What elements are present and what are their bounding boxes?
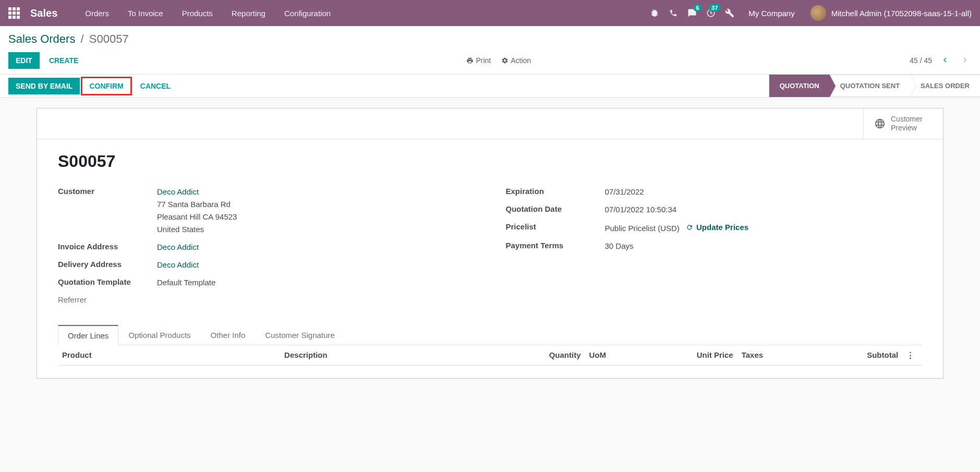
app-brand[interactable]: Sales bbox=[30, 7, 57, 19]
th-options[interactable]: ⋮ bbox=[902, 345, 922, 366]
th-uom[interactable]: UoM bbox=[585, 345, 661, 366]
tabs: Order Lines Optional Products Other Info… bbox=[58, 325, 922, 345]
pager[interactable]: 45 / 45 bbox=[910, 56, 932, 65]
confirm-button[interactable]: CONFIRM bbox=[82, 78, 130, 94]
globe-icon bbox=[874, 118, 886, 129]
activities-icon[interactable]: 37 bbox=[701, 0, 720, 26]
refresh-icon bbox=[686, 224, 693, 231]
pager-prev-icon[interactable] bbox=[938, 53, 952, 68]
print-label: Print bbox=[476, 56, 491, 65]
form-container: Customer Preview S00057 Customer Deco Ad… bbox=[0, 98, 980, 389]
invoice-address-link[interactable]: Deco Addict bbox=[157, 243, 199, 251]
status-quotation-sent[interactable]: QUOTATION SENT bbox=[830, 75, 910, 97]
referrer-value bbox=[157, 294, 475, 304]
customer-address-line2: Pleasant Hill CA 94523 bbox=[157, 212, 237, 221]
label-payment-terms: Payment Terms bbox=[506, 240, 605, 252]
label-customer: Customer bbox=[58, 186, 157, 236]
tab-other-info[interactable]: Other Info bbox=[201, 325, 256, 345]
print-dropdown[interactable]: Print bbox=[466, 56, 491, 65]
control-panel: Sales Orders / S00057 EDIT CREATE Print … bbox=[0, 26, 980, 75]
label-delivery-address: Delivery Address bbox=[58, 259, 157, 271]
label-quotation-template: Quotation Template bbox=[58, 276, 157, 289]
tab-order-lines[interactable]: Order Lines bbox=[58, 325, 118, 345]
expiration-value: 07/31/2022 bbox=[605, 186, 923, 198]
label-expiration: Expiration bbox=[506, 186, 605, 198]
breadcrumb: Sales Orders / S00057 bbox=[8, 32, 129, 46]
customer-address-line1: 77 Santa Barbara Rd bbox=[157, 200, 231, 209]
payment-terms-value: 30 Days bbox=[605, 240, 923, 252]
pager-next-icon[interactable] bbox=[958, 53, 972, 68]
pricelist-value: Public Pricelist (USD) bbox=[605, 224, 680, 233]
company-switcher[interactable]: My Company bbox=[739, 9, 804, 18]
customer-preview-label: Customer Preview bbox=[891, 115, 933, 132]
customer-country: United States bbox=[157, 225, 204, 234]
breadcrumb-root[interactable]: Sales Orders bbox=[8, 32, 75, 45]
phone-icon[interactable] bbox=[664, 0, 683, 26]
delivery-address-link[interactable]: Deco Addict bbox=[157, 260, 199, 269]
button-box: Customer Preview bbox=[37, 108, 943, 139]
order-lines-table: Product Description Quantity UoM Unit Pr… bbox=[58, 345, 922, 366]
breadcrumb-current: S00057 bbox=[89, 32, 129, 45]
user-avatar bbox=[810, 5, 826, 21]
edit-button[interactable]: EDIT bbox=[8, 52, 40, 69]
customer-link[interactable]: Deco Addict bbox=[157, 187, 199, 196]
action-label: Action bbox=[511, 56, 531, 65]
activities-badge: 37 bbox=[709, 4, 720, 11]
messaging-badge: 6 bbox=[693, 4, 701, 11]
quotation-date-value: 07/01/2022 10:50:34 bbox=[605, 203, 923, 216]
top-navbar: Sales Orders To Invoice Products Reporti… bbox=[0, 0, 980, 26]
user-menu[interactable]: Mitchell Admin (17052098-saas-15-1-all) bbox=[804, 5, 972, 21]
th-description[interactable]: Description bbox=[280, 345, 502, 366]
update-prices-button[interactable]: Update Prices bbox=[686, 221, 748, 234]
send-email-button[interactable]: SEND BY EMAIL bbox=[8, 78, 80, 94]
nav-to-invoice[interactable]: To Invoice bbox=[118, 0, 173, 26]
customer-preview-button[interactable]: Customer Preview bbox=[863, 108, 943, 139]
debug-icon[interactable] bbox=[645, 0, 664, 26]
tools-icon[interactable] bbox=[720, 0, 739, 26]
record-title: S00057 bbox=[58, 152, 922, 171]
tab-optional-products[interactable]: Optional Products bbox=[118, 325, 200, 345]
th-product[interactable]: Product bbox=[58, 345, 280, 366]
form-sheet: Customer Preview S00057 Customer Deco Ad… bbox=[37, 108, 943, 379]
tab-customer-signature[interactable]: Customer Signature bbox=[255, 325, 344, 345]
user-name: Mitchell Admin (17052098-saas-15-1-all) bbox=[831, 9, 972, 18]
statusbar: SEND BY EMAIL CONFIRM CANCEL QUOTATION Q… bbox=[0, 75, 980, 98]
th-subtotal[interactable]: Subtotal bbox=[826, 345, 902, 366]
label-pricelist: Pricelist bbox=[506, 221, 605, 235]
update-prices-label: Update Prices bbox=[696, 221, 748, 234]
messaging-icon[interactable]: 6 bbox=[683, 0, 701, 26]
status-sales-order[interactable]: SALES ORDER bbox=[910, 75, 980, 97]
status-quotation[interactable]: QUOTATION bbox=[769, 75, 830, 97]
apps-icon[interactable] bbox=[8, 7, 20, 19]
action-dropdown[interactable]: Action bbox=[501, 56, 531, 65]
label-quotation-date: Quotation Date bbox=[506, 203, 605, 216]
label-invoice-address: Invoice Address bbox=[58, 241, 157, 253]
create-button[interactable]: CREATE bbox=[42, 52, 86, 69]
th-taxes[interactable]: Taxes bbox=[737, 345, 826, 366]
th-quantity[interactable]: Quantity bbox=[502, 345, 585, 366]
nav-reporting[interactable]: Reporting bbox=[222, 0, 275, 26]
cancel-button[interactable]: CANCEL bbox=[133, 78, 178, 94]
nav-orders[interactable]: Orders bbox=[76, 0, 118, 26]
nav-products[interactable]: Products bbox=[173, 0, 222, 26]
nav-configuration[interactable]: Configuration bbox=[275, 0, 340, 26]
label-referrer: Referrer bbox=[58, 294, 157, 304]
th-unit-price[interactable]: Unit Price bbox=[661, 345, 737, 366]
quotation-template-value: Default Template bbox=[157, 276, 475, 289]
